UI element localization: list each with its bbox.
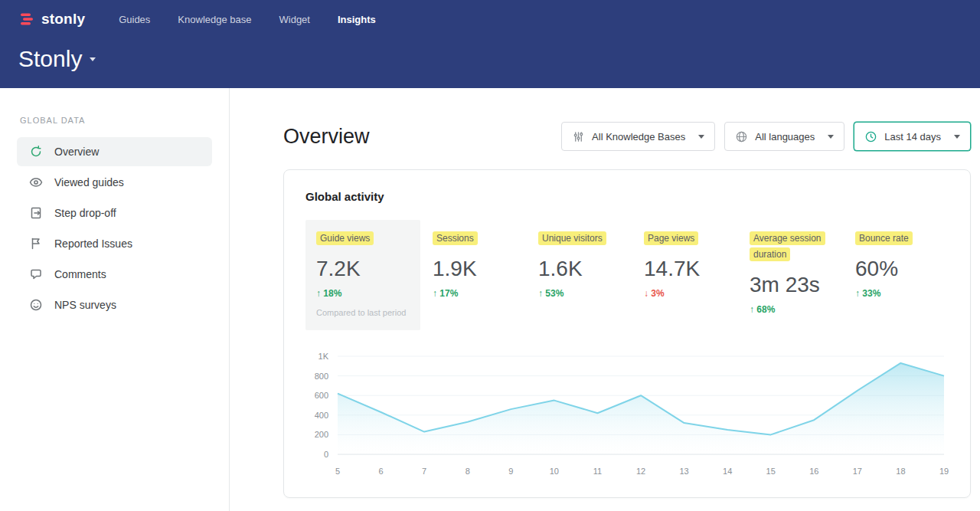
metric-label: Bounce rate — [855, 231, 913, 245]
metric-avg-session-duration[interactable]: Average session duration 3m 23s ↑ 68% — [750, 220, 843, 326]
workspace-title: Stonly — [18, 46, 82, 72]
top-header: stonly Guides Knowledge base Widget Insi… — [0, 0, 980, 88]
nav-item-knowledge-base[interactable]: Knowledge base — [178, 14, 251, 25]
kb-filter-value: All Knowledge Bases — [592, 131, 685, 142]
metric-unique-visitors[interactable]: Unique visitors 1.6K ↑ 53% — [538, 220, 632, 310]
metric-sessions[interactable]: Sessions 1.9K ↑ 17% — [433, 220, 526, 310]
workspace-row: Stonly — [18, 46, 962, 72]
x-tick-label: 18 — [896, 467, 905, 476]
card-title: Global activity — [305, 190, 949, 203]
metrics-row: Guide views 7.2K ↑ 18% Compared to last … — [305, 220, 949, 330]
x-tick-label: 6 — [379, 467, 384, 476]
nav-item-widget[interactable]: Widget — [279, 14, 310, 25]
metric-value: 3m 23s — [750, 273, 843, 297]
step-dropoff-icon — [29, 206, 43, 220]
overview-icon — [29, 145, 43, 159]
metric-label: Unique visitors — [538, 231, 606, 245]
stonly-logo-text: stonly — [41, 11, 85, 28]
y-tick-label: 600 — [315, 391, 328, 400]
sidebar-item-label: Viewed guides — [54, 176, 124, 188]
metric-label: Sessions — [433, 231, 478, 245]
metric-page-views[interactable]: Page views 14.7K ↓ 3% — [644, 220, 737, 310]
x-tick-label: 9 — [508, 467, 513, 476]
flag-icon — [29, 237, 43, 251]
x-tick-label: 17 — [853, 467, 862, 476]
metric-guide-views[interactable]: Guide views 7.2K ↑ 18% Compared to last … — [305, 220, 420, 330]
nav-item-guides[interactable]: Guides — [119, 14, 150, 25]
sidebar-item-reported-issues[interactable]: Reported Issues — [17, 229, 212, 258]
smiley-icon — [29, 298, 43, 312]
y-tick-label: 800 — [315, 372, 328, 381]
metric-delta: ↑ 18% — [316, 288, 410, 299]
kb-filter-dropdown[interactable]: All Knowledge Bases — [561, 122, 715, 151]
top-nav: stonly Guides Knowledge base Widget Insi… — [18, 0, 962, 34]
metric-delta: ↓ 3% — [644, 288, 737, 299]
x-tick-label: 15 — [766, 467, 776, 476]
top-nav-links: Guides Knowledge base Widget Insights — [119, 14, 376, 25]
stonly-logo-icon — [18, 11, 35, 28]
date-range-value: Last 14 days — [884, 131, 941, 142]
metric-value: 1.9K — [433, 257, 526, 281]
metric-label: Page views — [644, 231, 698, 245]
metric-delta: ↑ 68% — [750, 304, 843, 315]
metric-delta: ↑ 33% — [855, 288, 949, 299]
main-header: Overview All Knowledge Bases — [283, 122, 971, 151]
metric-delta: ↑ 53% — [538, 288, 632, 299]
date-range-dropdown[interactable]: Last 14 days — [854, 122, 971, 151]
x-tick-label: 13 — [679, 467, 688, 476]
sidebar-item-label: Step drop-off — [54, 207, 116, 219]
chart-x-axis: 5678910111213141516171819 — [338, 467, 944, 479]
sidebar-section-label: GLOBAL DATA — [0, 116, 229, 125]
chevron-down-icon — [954, 135, 960, 139]
metric-bounce-rate[interactable]: Bounce rate 60% ↑ 33% — [855, 220, 949, 310]
filters-row: All Knowledge Bases All languages — [561, 122, 971, 151]
x-tick-label: 12 — [636, 467, 645, 476]
x-tick-label: 8 — [466, 467, 470, 476]
language-filter-value: All languages — [755, 131, 815, 142]
main-content: Overview All Knowledge Bases — [230, 88, 980, 511]
page-title: Overview — [283, 125, 370, 149]
language-filter-dropdown[interactable]: All languages — [724, 122, 844, 151]
metric-value: 14.7K — [644, 257, 737, 281]
eye-icon — [29, 175, 43, 189]
x-tick-label: 16 — [809, 467, 818, 476]
activity-chart-svg — [338, 356, 944, 454]
chart-y-axis: 1K8006004002000 — [305, 356, 328, 454]
y-tick-label: 200 — [315, 430, 328, 439]
sidebar-item-label: Overview — [54, 146, 99, 158]
metric-value: 60% — [855, 257, 949, 281]
sidebar-item-step-drop-off[interactable]: Step drop-off — [17, 198, 212, 228]
sidebar-item-label: Reported Issues — [54, 237, 132, 250]
comment-icon — [29, 267, 43, 281]
metric-value: 7.2K — [316, 257, 410, 281]
metric-label: Guide views — [316, 231, 374, 245]
metric-delta: ↑ 17% — [433, 288, 526, 299]
x-tick-label: 14 — [723, 467, 732, 476]
metric-value: 1.6K — [538, 257, 632, 281]
sidebar-item-viewed-guides[interactable]: Viewed guides — [17, 168, 212, 197]
sidebar-item-nps-surveys[interactable]: NPS surveys — [17, 290, 212, 319]
x-tick-label: 10 — [550, 467, 559, 476]
stonly-logo[interactable]: stonly — [18, 11, 85, 28]
y-tick-label: 400 — [315, 411, 328, 420]
sidebar-item-label: NPS surveys — [54, 299, 116, 311]
activity-chart: 1K8006004002000 567891011121314151617181… — [305, 356, 949, 479]
sidebar-item-label: Comments — [54, 268, 106, 280]
x-tick-label: 7 — [422, 467, 426, 476]
metric-label: Average session duration — [750, 231, 825, 261]
chevron-down-icon — [828, 135, 834, 139]
globe-icon — [735, 130, 748, 143]
nav-item-insights[interactable]: Insights — [338, 14, 376, 25]
y-tick-label: 0 — [324, 450, 328, 459]
x-tick-label: 19 — [939, 467, 949, 476]
sidebar: GLOBAL DATA Overview Viewed guides — [0, 88, 230, 511]
clock-icon — [864, 130, 877, 143]
sidebar-item-overview[interactable]: Overview — [17, 137, 212, 166]
global-activity-card: Global activity Guide views 7.2K ↑ 18% C… — [283, 169, 971, 498]
workspace-title-dropdown[interactable]: Stonly — [18, 46, 96, 72]
chevron-down-icon — [698, 135, 704, 139]
sidebar-item-comments[interactable]: Comments — [17, 260, 212, 289]
chart-plot: 5678910111213141516171819 — [338, 356, 944, 479]
x-tick-label: 5 — [335, 467, 340, 476]
x-tick-label: 11 — [593, 467, 602, 476]
